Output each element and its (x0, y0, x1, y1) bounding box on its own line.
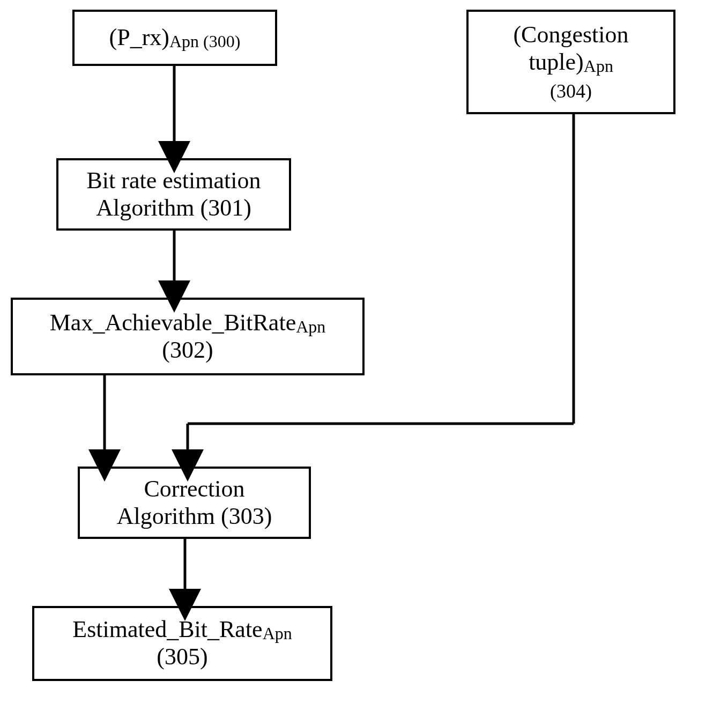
flow-arrows (0, 0, 728, 725)
